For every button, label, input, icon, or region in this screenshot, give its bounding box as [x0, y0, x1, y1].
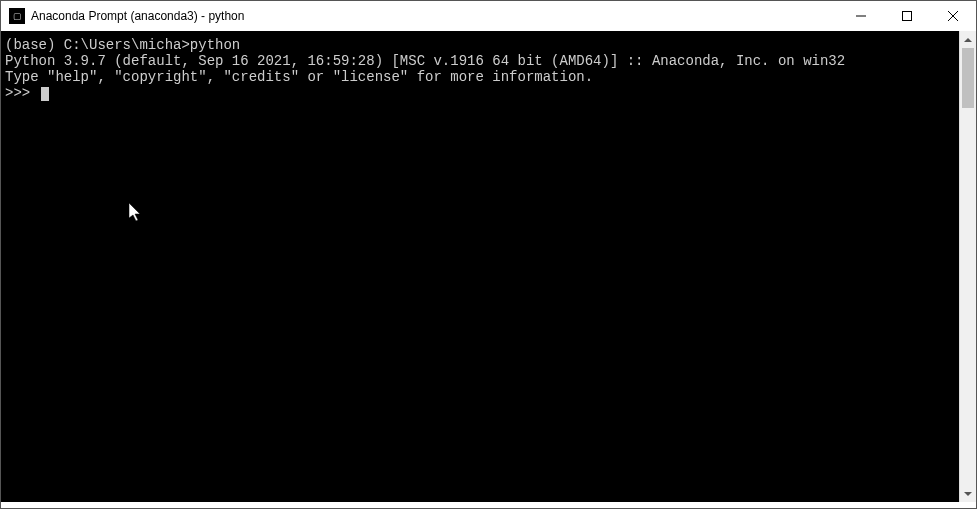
close-button[interactable]: [930, 1, 976, 31]
svg-marker-4: [964, 38, 972, 42]
scroll-thumb[interactable]: [962, 48, 974, 108]
close-icon: [948, 11, 958, 21]
window-frame: ▢ Anaconda Prompt (anaconda3) - python (…: [0, 0, 977, 509]
svg-rect-1: [903, 12, 912, 21]
chevron-up-icon: [964, 38, 972, 42]
terminal-content[interactable]: (base) C:\Users\micha>python Python 3.9.…: [1, 31, 959, 502]
terminal-line-1: (base) C:\Users\micha>python: [5, 37, 240, 53]
maximize-button[interactable]: [884, 1, 930, 31]
scroll-down-button[interactable]: [960, 485, 976, 502]
terminal-line-2: Python 3.9.7 (default, Sep 16 2021, 16:5…: [5, 53, 845, 69]
window-title: Anaconda Prompt (anaconda3) - python: [31, 9, 838, 23]
minimize-button[interactable]: [838, 1, 884, 31]
terminal-area[interactable]: (base) C:\Users\micha>python Python 3.9.…: [1, 31, 976, 502]
window-controls: [838, 1, 976, 31]
python-prompt: >>>: [5, 85, 39, 101]
maximize-icon: [902, 11, 912, 21]
vertical-scrollbar[interactable]: [959, 31, 976, 502]
app-icon: ▢: [9, 8, 25, 24]
terminal-icon: ▢: [13, 11, 22, 21]
chevron-down-icon: [964, 492, 972, 496]
text-cursor: [41, 87, 49, 101]
terminal-line-3: Type "help", "copyright", "credits" or "…: [5, 69, 593, 85]
bottom-border: [1, 502, 976, 508]
titlebar[interactable]: ▢ Anaconda Prompt (anaconda3) - python: [1, 1, 976, 31]
minimize-icon: [856, 11, 866, 21]
svg-marker-5: [964, 492, 972, 496]
scroll-track[interactable]: [960, 48, 976, 485]
scroll-up-button[interactable]: [960, 31, 976, 48]
